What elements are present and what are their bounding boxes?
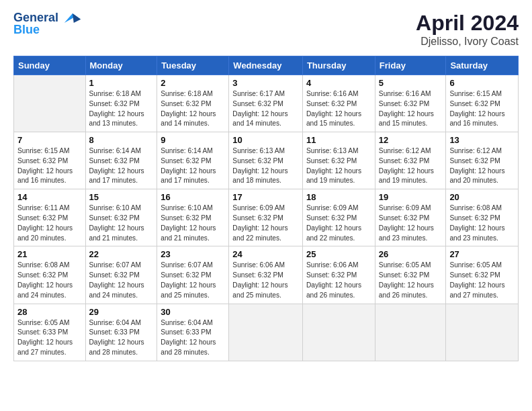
day-info: Sunrise: 6:07 AM Sunset: 6:32 PM Dayligh… bbox=[89, 261, 154, 300]
day-number: 17 bbox=[232, 192, 299, 202]
calendar-cell: 27Sunrise: 6:05 AM Sunset: 6:32 PM Dayli… bbox=[446, 246, 519, 304]
day-number: 18 bbox=[306, 192, 371, 202]
calendar-cell bbox=[446, 304, 519, 361]
weekday-header-tuesday: Tuesday bbox=[157, 56, 229, 75]
calendar-cell: 12Sunrise: 6:12 AM Sunset: 6:32 PM Dayli… bbox=[375, 132, 446, 189]
day-number: 7 bbox=[17, 135, 82, 145]
calendar-cell: 29Sunrise: 6:04 AM Sunset: 6:33 PM Dayli… bbox=[85, 304, 157, 361]
calendar-cell: 8Sunrise: 6:14 AM Sunset: 6:32 PM Daylig… bbox=[85, 132, 157, 189]
day-number: 16 bbox=[161, 192, 225, 202]
day-info: Sunrise: 6:06 AM Sunset: 6:32 PM Dayligh… bbox=[306, 261, 371, 300]
day-info: Sunrise: 6:10 AM Sunset: 6:32 PM Dayligh… bbox=[89, 203, 154, 243]
calendar-cell: 30Sunrise: 6:04 AM Sunset: 6:33 PM Dayli… bbox=[157, 304, 229, 361]
day-info: Sunrise: 6:14 AM Sunset: 6:32 PM Dayligh… bbox=[89, 146, 154, 186]
calendar-cell bbox=[14, 75, 86, 132]
day-info: Sunrise: 6:05 AM Sunset: 6:33 PM Dayligh… bbox=[17, 318, 82, 358]
day-info: Sunrise: 6:10 AM Sunset: 6:32 PM Dayligh… bbox=[161, 203, 225, 243]
day-number: 13 bbox=[449, 135, 515, 145]
subtitle: Djelisso, Ivory Coast bbox=[416, 36, 519, 48]
svg-marker-1 bbox=[73, 13, 81, 23]
day-number: 12 bbox=[379, 135, 443, 145]
day-info: Sunrise: 6:04 AM Sunset: 6:33 PM Dayligh… bbox=[161, 318, 225, 358]
day-number: 24 bbox=[232, 249, 299, 259]
calendar-cell: 11Sunrise: 6:13 AM Sunset: 6:32 PM Dayli… bbox=[302, 132, 375, 189]
calendar-cell: 15Sunrise: 6:10 AM Sunset: 6:32 PM Dayli… bbox=[85, 189, 157, 246]
calendar-cell: 26Sunrise: 6:05 AM Sunset: 6:32 PM Dayli… bbox=[375, 246, 446, 304]
calendar-cell: 22Sunrise: 6:07 AM Sunset: 6:32 PM Dayli… bbox=[85, 246, 157, 304]
day-number: 19 bbox=[379, 192, 443, 202]
day-number: 9 bbox=[161, 135, 225, 145]
day-number: 29 bbox=[89, 307, 154, 317]
day-info: Sunrise: 6:11 AM Sunset: 6:32 PM Dayligh… bbox=[17, 203, 82, 243]
day-number: 27 bbox=[449, 249, 515, 259]
day-info: Sunrise: 6:13 AM Sunset: 6:32 PM Dayligh… bbox=[232, 146, 299, 186]
day-info: Sunrise: 6:15 AM Sunset: 6:32 PM Dayligh… bbox=[17, 146, 82, 186]
calendar-cell: 6Sunrise: 6:15 AM Sunset: 6:32 PM Daylig… bbox=[446, 75, 519, 132]
weekday-header-saturday: Saturday bbox=[446, 56, 519, 75]
page: General Blue April 2024 Djelisso, Ivory … bbox=[0, 0, 532, 411]
day-number: 14 bbox=[17, 192, 82, 202]
logo-bird-icon bbox=[63, 11, 82, 26]
calendar-cell: 25Sunrise: 6:06 AM Sunset: 6:32 PM Dayli… bbox=[302, 246, 375, 304]
day-number: 25 bbox=[306, 249, 371, 259]
day-info: Sunrise: 6:09 AM Sunset: 6:32 PM Dayligh… bbox=[306, 203, 371, 243]
calendar-cell: 4Sunrise: 6:16 AM Sunset: 6:32 PM Daylig… bbox=[302, 75, 375, 132]
calendar-cell: 3Sunrise: 6:17 AM Sunset: 6:32 PM Daylig… bbox=[229, 75, 303, 132]
calendar-cell: 5Sunrise: 6:16 AM Sunset: 6:32 PM Daylig… bbox=[375, 75, 446, 132]
weekday-header-wednesday: Wednesday bbox=[229, 56, 303, 75]
day-info: Sunrise: 6:09 AM Sunset: 6:32 PM Dayligh… bbox=[379, 203, 443, 243]
day-number: 6 bbox=[449, 78, 515, 88]
week-row-3: 14Sunrise: 6:11 AM Sunset: 6:32 PM Dayli… bbox=[14, 189, 519, 246]
calendar-cell: 18Sunrise: 6:09 AM Sunset: 6:32 PM Dayli… bbox=[302, 189, 375, 246]
day-info: Sunrise: 6:09 AM Sunset: 6:32 PM Dayligh… bbox=[232, 203, 299, 243]
calendar-table: SundayMondayTuesdayWednesdayThursdayFrid… bbox=[13, 56, 519, 361]
logo: General Blue bbox=[13, 11, 82, 37]
calendar-cell: 10Sunrise: 6:13 AM Sunset: 6:32 PM Dayli… bbox=[229, 132, 303, 189]
day-info: Sunrise: 6:04 AM Sunset: 6:33 PM Dayligh… bbox=[89, 318, 154, 358]
calendar-cell: 21Sunrise: 6:08 AM Sunset: 6:32 PM Dayli… bbox=[14, 246, 86, 304]
week-row-2: 7Sunrise: 6:15 AM Sunset: 6:32 PM Daylig… bbox=[14, 132, 519, 189]
day-info: Sunrise: 6:18 AM Sunset: 6:32 PM Dayligh… bbox=[161, 89, 225, 129]
title-block: April 2024 Djelisso, Ivory Coast bbox=[416, 11, 519, 48]
day-number: 22 bbox=[89, 249, 154, 259]
day-number: 26 bbox=[379, 249, 443, 259]
day-number: 11 bbox=[306, 135, 371, 145]
day-info: Sunrise: 6:08 AM Sunset: 6:32 PM Dayligh… bbox=[17, 261, 82, 300]
calendar-cell: 16Sunrise: 6:10 AM Sunset: 6:32 PM Dayli… bbox=[157, 189, 229, 246]
week-row-1: 1Sunrise: 6:18 AM Sunset: 6:32 PM Daylig… bbox=[14, 75, 519, 132]
calendar-cell: 19Sunrise: 6:09 AM Sunset: 6:32 PM Dayli… bbox=[375, 189, 446, 246]
day-info: Sunrise: 6:14 AM Sunset: 6:32 PM Dayligh… bbox=[161, 146, 225, 186]
day-info: Sunrise: 6:18 AM Sunset: 6:32 PM Dayligh… bbox=[89, 89, 154, 129]
weekday-header-row: SundayMondayTuesdayWednesdayThursdayFrid… bbox=[14, 56, 519, 75]
day-number: 2 bbox=[161, 78, 225, 88]
day-info: Sunrise: 6:05 AM Sunset: 6:32 PM Dayligh… bbox=[379, 261, 443, 300]
day-info: Sunrise: 6:12 AM Sunset: 6:32 PM Dayligh… bbox=[379, 146, 443, 186]
day-info: Sunrise: 6:07 AM Sunset: 6:32 PM Dayligh… bbox=[161, 261, 225, 300]
day-info: Sunrise: 6:16 AM Sunset: 6:32 PM Dayligh… bbox=[379, 89, 443, 129]
day-number: 28 bbox=[17, 307, 82, 317]
day-number: 10 bbox=[232, 135, 299, 145]
day-info: Sunrise: 6:06 AM Sunset: 6:32 PM Dayligh… bbox=[232, 261, 299, 300]
week-row-4: 21Sunrise: 6:08 AM Sunset: 6:32 PM Dayli… bbox=[14, 246, 519, 304]
calendar-cell: 23Sunrise: 6:07 AM Sunset: 6:32 PM Dayli… bbox=[157, 246, 229, 304]
main-title: April 2024 bbox=[416, 11, 519, 36]
day-info: Sunrise: 6:12 AM Sunset: 6:32 PM Dayligh… bbox=[449, 146, 515, 186]
calendar-cell bbox=[229, 304, 303, 361]
calendar-cell: 20Sunrise: 6:08 AM Sunset: 6:32 PM Dayli… bbox=[446, 189, 519, 246]
day-info: Sunrise: 6:05 AM Sunset: 6:32 PM Dayligh… bbox=[449, 261, 515, 300]
day-number: 5 bbox=[379, 78, 443, 88]
week-row-5: 28Sunrise: 6:05 AM Sunset: 6:33 PM Dayli… bbox=[14, 304, 519, 361]
day-info: Sunrise: 6:15 AM Sunset: 6:32 PM Dayligh… bbox=[449, 89, 515, 129]
calendar-cell: 13Sunrise: 6:12 AM Sunset: 6:32 PM Dayli… bbox=[446, 132, 519, 189]
day-number: 23 bbox=[161, 249, 225, 259]
day-number: 3 bbox=[232, 78, 299, 88]
calendar-cell: 24Sunrise: 6:06 AM Sunset: 6:32 PM Dayli… bbox=[229, 246, 303, 304]
calendar-cell bbox=[302, 304, 375, 361]
day-number: 1 bbox=[89, 78, 154, 88]
header: General Blue April 2024 Djelisso, Ivory … bbox=[13, 11, 519, 48]
calendar-cell: 2Sunrise: 6:18 AM Sunset: 6:32 PM Daylig… bbox=[157, 75, 229, 132]
day-info: Sunrise: 6:16 AM Sunset: 6:32 PM Dayligh… bbox=[306, 89, 371, 129]
day-number: 21 bbox=[17, 249, 82, 259]
day-number: 30 bbox=[161, 307, 225, 317]
day-number: 8 bbox=[89, 135, 154, 145]
